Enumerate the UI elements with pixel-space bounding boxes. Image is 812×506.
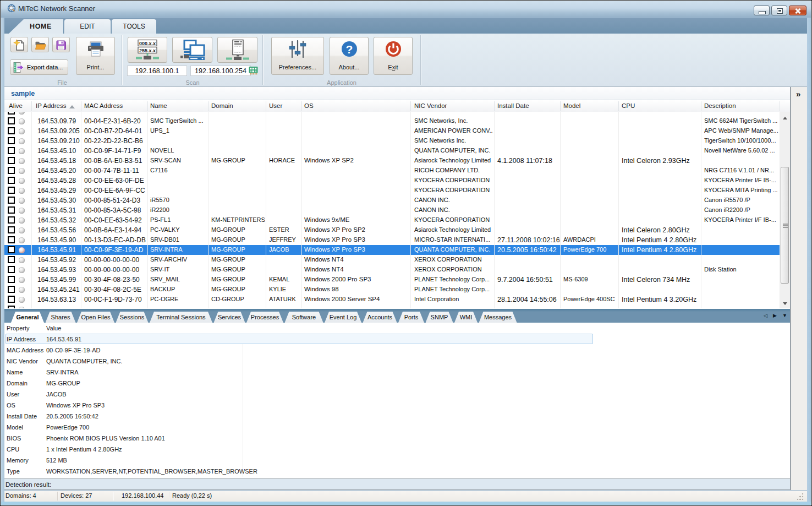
svg-text:000.x.x: 000.x.x	[139, 41, 156, 46]
svg-text:255.x.x: 255.x.x	[139, 48, 156, 53]
svg-text:?: ?	[345, 43, 353, 56]
